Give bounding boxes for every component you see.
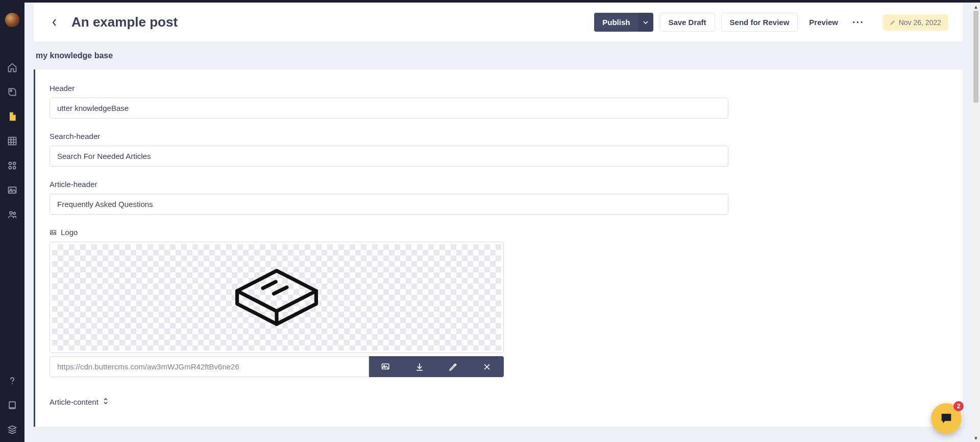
chevron-left-icon xyxy=(52,18,57,27)
svg-point-9 xyxy=(13,212,15,214)
image-swap-icon xyxy=(381,362,391,372)
download-icon xyxy=(414,362,425,372)
chat-badge: 2 xyxy=(953,401,964,411)
breadcrumb: my knowledge base xyxy=(24,42,972,60)
logo-graphic xyxy=(231,265,323,330)
label-header: Header xyxy=(50,84,948,92)
input-search-header[interactable] xyxy=(50,146,728,167)
header-actions: Publish Save Draft Send for Review Previ… xyxy=(594,12,948,33)
logo-preview[interactable] xyxy=(50,242,504,353)
remove-image-button[interactable] xyxy=(470,356,504,377)
publish-group: Publish xyxy=(594,13,653,32)
replace-image-button[interactable] xyxy=(369,356,403,377)
media-icon xyxy=(7,185,17,195)
label-article-content-text: Article-content xyxy=(50,398,99,406)
sidebar-item-media[interactable] xyxy=(0,178,24,202)
chevron-down-icon xyxy=(643,21,648,24)
close-icon xyxy=(482,362,492,372)
more-actions-button[interactable]: ··· xyxy=(849,12,867,33)
vertical-scrollbar[interactable]: ▲ ▼ xyxy=(972,3,980,442)
svg-rect-1 xyxy=(9,137,16,145)
scrollbar-thumb[interactable] xyxy=(973,11,978,103)
chat-launcher[interactable]: 2 xyxy=(931,403,962,434)
svg-point-5 xyxy=(13,167,16,169)
label-search-header: Search-header xyxy=(50,132,948,141)
modules-icon xyxy=(7,160,17,171)
field-header: Header xyxy=(50,84,948,119)
date-badge[interactable]: Nov 26, 2022 xyxy=(883,14,948,31)
avatar[interactable] xyxy=(5,13,19,27)
logo-url-actions xyxy=(369,356,504,377)
svg-point-2 xyxy=(9,162,11,165)
stack-icon xyxy=(7,425,17,435)
home-icon xyxy=(7,62,17,73)
sidebar-item-home[interactable] xyxy=(0,55,24,80)
scroll-up-button[interactable]: ▲ xyxy=(972,3,980,11)
svg-point-13 xyxy=(52,231,53,232)
logo-checker-bg xyxy=(52,244,501,351)
preview-button[interactable]: Preview xyxy=(804,13,843,31)
input-logo-url[interactable] xyxy=(50,356,369,377)
page-icon xyxy=(7,111,17,122)
pencil-icon xyxy=(890,19,896,26)
field-logo: Logo xyxy=(50,228,504,377)
back-button[interactable] xyxy=(48,16,61,29)
field-search-header: Search-header xyxy=(50,132,948,167)
help-icon xyxy=(7,376,17,386)
users-icon xyxy=(7,210,17,220)
date-text: Nov 26, 2022 xyxy=(899,18,941,27)
sidebar-item-grid[interactable] xyxy=(0,129,24,153)
label-logo: Logo xyxy=(50,228,504,237)
page-title: An example post xyxy=(71,14,178,30)
sidebar-item-blog[interactable] xyxy=(0,80,24,104)
grid-icon xyxy=(7,136,17,146)
sidebar-item-help[interactable] xyxy=(0,368,24,393)
svg-point-8 xyxy=(10,212,12,214)
scroll-down-button[interactable]: ▼ xyxy=(972,434,980,442)
sidebar-item-stack[interactable] xyxy=(0,417,24,442)
form-card: Header Search-header Article-header Logo xyxy=(34,69,963,427)
publish-dropdown[interactable] xyxy=(638,13,653,32)
svg-point-0 xyxy=(10,90,12,91)
label-article-header: Article-header xyxy=(50,180,948,189)
input-article-header[interactable] xyxy=(50,194,728,215)
sidebar-item-modules[interactable] xyxy=(0,153,24,178)
svg-point-4 xyxy=(9,167,11,169)
blog-icon xyxy=(7,87,17,97)
editor-header: An example post Publish Save Draft Send … xyxy=(34,3,963,42)
main-scroll: An example post Publish Save Draft Send … xyxy=(24,3,972,442)
sidebar-item-users[interactable] xyxy=(0,202,24,227)
sidebar-item-pages[interactable] xyxy=(0,104,24,129)
label-article-content: Article-content xyxy=(50,398,948,406)
image-icon xyxy=(50,229,57,236)
logo-url-row xyxy=(50,356,504,377)
edit-image-button[interactable] xyxy=(436,356,470,377)
publish-button[interactable]: Publish xyxy=(594,13,638,32)
chat-icon xyxy=(939,411,953,426)
label-logo-text: Logo xyxy=(61,228,78,237)
field-article-header: Article-header xyxy=(50,180,948,215)
chevron-up-down-icon xyxy=(103,398,109,405)
svg-point-3 xyxy=(13,162,16,165)
expand-toggle[interactable] xyxy=(103,398,109,406)
svg-point-10 xyxy=(12,383,13,384)
sidebar-item-docs[interactable] xyxy=(0,393,24,417)
edit-icon xyxy=(448,362,458,372)
input-header[interactable] xyxy=(50,98,728,119)
book-icon xyxy=(7,400,17,410)
download-image-button[interactable] xyxy=(403,356,436,377)
save-draft-button[interactable]: Save Draft xyxy=(659,13,715,32)
sidebar-nav xyxy=(0,3,24,442)
send-for-review-button[interactable]: Send for Review xyxy=(721,13,798,32)
